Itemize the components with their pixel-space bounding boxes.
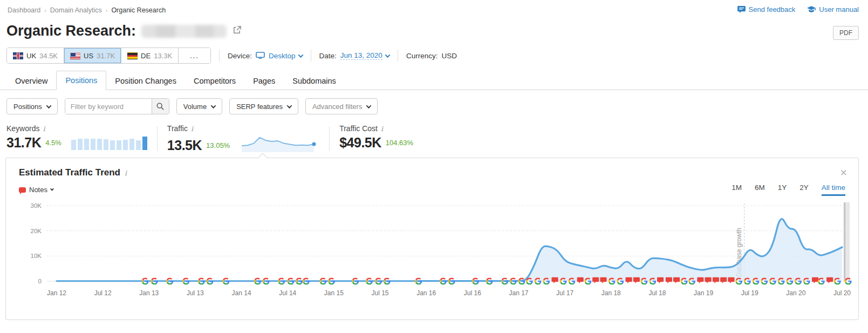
date-value-dropdown[interactable]: Jun 13, 2020 xyxy=(340,51,389,60)
keyword-bar xyxy=(78,139,83,150)
chevron-down-icon xyxy=(366,103,372,108)
graduation-cap-icon xyxy=(807,6,816,13)
note-marker-icon[interactable] xyxy=(666,277,672,283)
note-marker-icon[interactable] xyxy=(626,277,632,283)
note-marker-icon[interactable] xyxy=(633,277,640,283)
divider xyxy=(398,50,398,62)
divider xyxy=(329,126,330,151)
db-count: 34.5K xyxy=(39,52,58,60)
db-count: 13.3K xyxy=(154,52,172,60)
currency-display: Currency: USD xyxy=(406,52,457,60)
keyword-bar xyxy=(142,137,147,150)
date-label: Date: xyxy=(319,52,337,60)
tab-positions[interactable]: Positions xyxy=(56,71,106,90)
svg-text:Jan 19: Jan 19 xyxy=(694,289,713,297)
tab-pages[interactable]: Pages xyxy=(244,72,284,90)
keywords-change: 4.5% xyxy=(45,139,61,147)
svg-text:Jan 15: Jan 15 xyxy=(324,289,344,297)
svg-text:10K: 10K xyxy=(31,253,42,259)
metrics-row: Keywordsi 31.7K 4.5% Traffici 13.5K 13.0… xyxy=(6,124,413,155)
range-all-time[interactable]: All time xyxy=(822,184,845,196)
info-icon[interactable]: i xyxy=(381,125,383,133)
de-flag-icon xyxy=(127,52,138,59)
range-2y[interactable]: 2Y xyxy=(799,184,809,196)
note-marker-icon[interactable] xyxy=(551,277,558,283)
svg-text:Jan 17: Jan 17 xyxy=(509,289,528,297)
svg-text:Jul 16: Jul 16 xyxy=(464,289,481,297)
note-marker-icon[interactable] xyxy=(673,277,680,283)
database-tabs: UK 34.5K US 31.7K DE 13.3K ... xyxy=(6,47,211,64)
note-marker-icon[interactable] xyxy=(713,277,719,283)
note-marker-icon[interactable] xyxy=(657,277,664,283)
range-1m[interactable]: 1M xyxy=(732,184,742,196)
send-feedback-label: Send feedback xyxy=(749,5,796,13)
svg-text:Jul 19: Jul 19 xyxy=(741,289,758,297)
keyword-bar xyxy=(71,140,76,150)
close-icon[interactable]: ✕ xyxy=(840,168,848,178)
note-marker-icon[interactable] xyxy=(720,277,727,283)
keywords-mini-bar-chart[interactable] xyxy=(71,136,147,150)
traffic-trend-chart[interactable]: 010K20K30KJan 12Jul 12Jan 13Jul 13Jan 14… xyxy=(6,196,858,309)
breadcrumb: Dashboard›Domain Analytics›Organic Resea… xyxy=(8,6,166,14)
traffic-cost-value: $49.5K xyxy=(339,135,381,151)
breadcrumb-dashboard[interactable]: Dashboard xyxy=(8,6,40,14)
tab-subdomains[interactable]: Subdomains xyxy=(284,72,345,90)
keyword-filter-input[interactable] xyxy=(65,99,152,114)
positions-filter-dropdown[interactable]: Positions xyxy=(6,98,58,114)
page-title: Organic Research: xyxy=(6,23,136,39)
date-selector: Date: Jun 13, 2020 xyxy=(319,51,389,60)
tab-competitors[interactable]: Competitors xyxy=(185,72,244,90)
info-icon[interactable]: i xyxy=(43,125,45,133)
info-icon[interactable]: i xyxy=(191,125,193,133)
svg-text:0: 0 xyxy=(38,278,42,284)
external-link-icon[interactable] xyxy=(233,26,241,36)
desktop-monitor-icon xyxy=(256,52,265,59)
traffic-sparkline[interactable] xyxy=(238,135,319,155)
db-count: 31.7K xyxy=(97,52,115,60)
keyword-bar xyxy=(117,140,121,150)
positions-filter-label: Positions xyxy=(13,103,42,111)
db-code: UK xyxy=(26,52,36,60)
note-marker-icon[interactable] xyxy=(705,277,712,283)
export-pdf-button[interactable]: PDF xyxy=(833,26,859,40)
svg-text:Jul 18: Jul 18 xyxy=(648,289,666,297)
keywords-value: 31.7K xyxy=(6,135,41,151)
note-marker-icon[interactable] xyxy=(697,277,703,283)
keyword-bar xyxy=(84,139,89,150)
range-1y[interactable]: 1Y xyxy=(778,184,787,196)
note-marker-icon[interactable] xyxy=(826,277,833,283)
serp-features-filter-dropdown[interactable]: SERP features xyxy=(229,98,298,114)
range-6m[interactable]: 6M xyxy=(755,184,765,196)
database-tab-uk[interactable]: UK 34.5K xyxy=(7,48,64,63)
volume-filter-dropdown[interactable]: Volume xyxy=(176,98,222,114)
note-marker-icon[interactable] xyxy=(577,277,584,283)
database-tab-us[interactable]: US 31.7K xyxy=(64,48,121,63)
notes-toggle[interactable]: Notes xyxy=(19,186,53,194)
search-button[interactable] xyxy=(152,99,169,114)
chevron-down-icon xyxy=(50,187,54,191)
note-marker-icon[interactable] xyxy=(812,277,818,283)
keywords-metric: Keywordsi 31.7K 4.5% xyxy=(6,124,147,151)
breadcrumb-domain-analytics[interactable]: Domain Analytics xyxy=(50,6,102,14)
db-code: DE xyxy=(141,52,151,60)
trend-card-title: Estimated Traffic Trend xyxy=(19,167,120,178)
device-label: Device: xyxy=(228,52,252,60)
note-marker-icon[interactable] xyxy=(592,277,599,283)
device-value-dropdown[interactable]: Desktop xyxy=(269,52,303,60)
info-icon[interactable]: i xyxy=(125,169,127,177)
svg-text:Jan 18: Jan 18 xyxy=(602,289,621,297)
uk-flag-icon xyxy=(13,52,23,59)
tab-position-changes[interactable]: Position Changes xyxy=(106,72,185,90)
user-manual-link[interactable]: User manual xyxy=(807,5,859,13)
database-tab-de[interactable]: DE 13.3K xyxy=(121,48,179,63)
keyword-bar xyxy=(104,139,108,150)
note-marker-icon[interactable] xyxy=(600,277,606,283)
database-tabs-more-button[interactable]: ... xyxy=(179,48,210,63)
tab-overview[interactable]: Overview xyxy=(6,72,56,90)
chevron-down-icon xyxy=(211,103,216,108)
chevron-down-icon xyxy=(385,52,390,58)
svg-text:Jan 13: Jan 13 xyxy=(139,289,159,297)
advanced-filters-dropdown[interactable]: Advanced filters xyxy=(305,98,378,114)
note-marker-icon[interactable] xyxy=(728,277,734,283)
send-feedback-link[interactable]: Send feedback xyxy=(737,5,796,13)
